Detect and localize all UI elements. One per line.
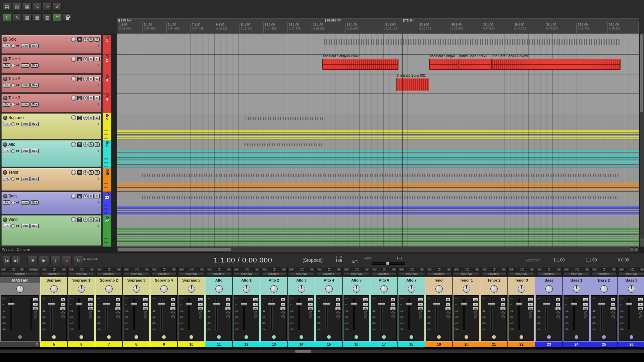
mixer-strip-alto-2[interactable]: FXMROUTINGAlto 2-inf-6--18--30--42--54-M…: [260, 267, 288, 347]
env-button[interactable]: [446, 311, 450, 314]
phase-button[interactable]: [34, 315, 37, 318]
solo-button[interactable]: S: [610, 302, 615, 306]
envelope-button[interactable]: [83, 194, 88, 198]
io-icon[interactable]: [355, 268, 359, 272]
pan-knob[interactable]: [628, 285, 635, 293]
solo-button[interactable]: S: [418, 302, 423, 306]
input-button[interactable]: IN: [225, 307, 231, 310]
envelope-button[interactable]: [83, 116, 88, 120]
solo-button[interactable]: S: [528, 302, 533, 306]
input-button[interactable]: IN: [473, 307, 478, 310]
mute-button[interactable]: M: [419, 268, 424, 272]
mute-button[interactable]: M: [280, 298, 285, 302]
record-arm-button[interactable]: [464, 335, 469, 339]
folder-toggle-icon[interactable]: [98, 44, 100, 47]
phase-button[interactable]: [446, 315, 450, 318]
fx-button[interactable]: FX: [69, 268, 74, 272]
folder-toggle-icon[interactable]: [98, 177, 100, 180]
mute-button[interactable]: M: [227, 268, 231, 272]
envelope-button[interactable]: [83, 77, 88, 81]
volume-fader[interactable]: [626, 302, 633, 306]
volume-fader[interactable]: [296, 302, 303, 306]
volume-fader[interactable]: [406, 302, 413, 306]
input-button[interactable]: IN: [31, 200, 39, 205]
volume-fader[interactable]: [268, 302, 275, 306]
env-button[interactable]: [89, 311, 92, 314]
phase-button[interactable]: [501, 315, 505, 318]
mute-button[interactable]: M: [89, 194, 94, 198]
folder-toggle-icon[interactable]: [98, 224, 100, 228]
volume-fader[interactable]: [158, 302, 165, 306]
settings-gear-icon[interactable]: ⚙: [0, 342, 39, 347]
folder-toggle-icon[interactable]: [98, 201, 100, 204]
arrange-lane[interactable]: [117, 168, 639, 192]
mixer-scrollbar[interactable]: [0, 349, 644, 353]
track-name[interactable]: Alto: [8, 142, 70, 147]
arrange-area[interactable]: The Bard Song-003.wavThe Bard Song-0Bard…: [117, 34, 639, 247]
input-button[interactable]: IN: [500, 307, 506, 310]
record-arm-button[interactable]: [3, 77, 7, 81]
volume-knob[interactable]: [71, 142, 76, 147]
record-arm-button[interactable]: [519, 335, 524, 339]
mute-button[interactable]: M: [308, 298, 313, 302]
grid-snap-icon[interactable]: ▦: [33, 13, 42, 21]
mute-button[interactable]: M: [89, 57, 94, 61]
pan-knob[interactable]: [215, 285, 223, 293]
env-button[interactable]: [336, 311, 340, 314]
envelope-button[interactable]: [83, 170, 88, 175]
pan-knob[interactable]: [243, 285, 250, 293]
marquee-select-icon[interactable]: ↘: [33, 3, 42, 11]
mute-button[interactable]: M: [254, 268, 259, 272]
trim-button[interactable]: trim: [21, 102, 30, 107]
record-arm-button[interactable]: [3, 37, 7, 42]
routing-button[interactable]: ROUTING: [591, 272, 616, 276]
routing-button[interactable]: ROUTING: [399, 272, 424, 276]
new-project-icon[interactable]: ▤: [3, 3, 11, 11]
folder-toggle-icon[interactable]: [98, 83, 100, 87]
mute-button[interactable]: M: [418, 298, 423, 302]
env-button[interactable]: [199, 311, 202, 314]
stop-button[interactable]: ■: [28, 256, 38, 265]
mute-button[interactable]: M: [557, 268, 561, 272]
mute-button[interactable]: M: [309, 268, 314, 272]
fx-button[interactable]: FX: [481, 268, 487, 272]
pause-button[interactable]: ∥: [50, 256, 60, 265]
input-button[interactable]: IN: [610, 307, 616, 310]
zoom-out-button[interactable]: [635, 247, 639, 251]
rate-value[interactable]: 1.0: [396, 256, 401, 260]
bpm-display[interactable]: BPM 145: [335, 255, 342, 263]
monitor-icon[interactable]: [16, 103, 20, 106]
envelope-button[interactable]: [83, 218, 88, 222]
volume-knob[interactable]: [71, 37, 76, 42]
input-button[interactable]: IN: [638, 307, 643, 310]
io-icon[interactable]: [52, 268, 56, 272]
record-arm-button[interactable]: [3, 218, 7, 222]
route-button[interactable]: [77, 170, 82, 175]
mute-button[interactable]: M: [500, 298, 505, 302]
fx-button[interactable]: FX: [261, 268, 267, 272]
input-button[interactable]: IN: [253, 307, 258, 310]
phase-button[interactable]: [611, 315, 615, 318]
mute-button[interactable]: M: [89, 268, 94, 272]
pan-knob[interactable]: [353, 285, 360, 293]
mute-button[interactable]: M: [62, 268, 66, 272]
mute-button[interactable]: M: [638, 298, 643, 302]
pan-knob[interactable]: [490, 285, 498, 293]
track-number-cell[interactable]: 4: [103, 94, 111, 113]
track-header-take-3[interactable]: Take 3MSFXtrimIN: [1, 94, 101, 112]
trim-button[interactable]: trim: [21, 122, 30, 126]
pan-knob[interactable]: [188, 285, 195, 293]
volume-fader[interactable]: [461, 302, 468, 306]
fx-button[interactable]: FX: [3, 83, 10, 87]
io-icon[interactable]: [80, 268, 84, 272]
phase-button[interactable]: [199, 315, 202, 318]
fx-enable-icon[interactable]: [11, 103, 15, 106]
env-button[interactable]: [584, 311, 587, 314]
volume-knob[interactable]: [71, 194, 76, 199]
grid-edit-icon[interactable]: ▩: [23, 13, 32, 21]
mixer-strip-alto-1[interactable]: FXMROUTINGAlto 1-inf-6--18--30--42--54-M…: [233, 267, 260, 347]
phase-button[interactable]: [281, 315, 285, 318]
env-button[interactable]: [391, 311, 395, 314]
mute-button[interactable]: M: [364, 268, 369, 272]
routing-button[interactable]: ROUTING: [41, 272, 66, 276]
